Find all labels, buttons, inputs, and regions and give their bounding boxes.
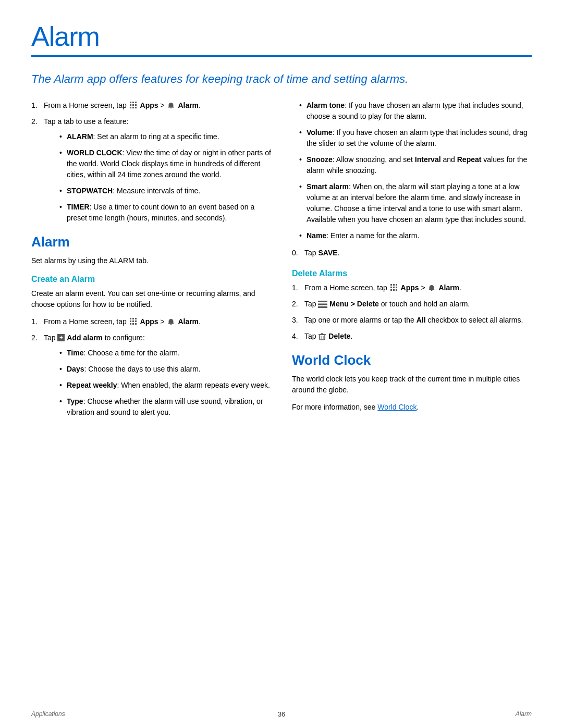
svg-rect-6 (130, 107, 131, 108)
delete-steps-list: From a Home screen, tap (292, 282, 532, 342)
option-type: Type: Choose whether the alarm will use … (59, 396, 271, 418)
svg-rect-17 (132, 323, 134, 325)
world-clock-link-prefix: For more information, see (292, 403, 375, 411)
alarm-label: Alarm (178, 101, 199, 109)
option-snooze: Snooze: Allow snoozing, and set Interval… (299, 154, 532, 176)
svg-rect-15 (135, 320, 137, 322)
add-alarm-icon: + (57, 334, 65, 341)
svg-rect-8 (135, 107, 137, 108)
right-column: Alarm tone: If you have chosen an alarm … (292, 100, 532, 428)
svg-rect-0 (130, 102, 131, 103)
svg-rect-13 (130, 320, 131, 322)
svg-rect-28 (396, 289, 397, 291)
feature-worldclock: WORLD CLOCK: View the time of day or nig… (59, 147, 271, 180)
svg-rect-10 (130, 318, 131, 319)
svg-rect-16 (130, 323, 131, 325)
delete-step4-prefix: Tap (304, 332, 318, 340)
two-column-layout: From a Home screen, tap (31, 100, 532, 428)
feature-timer: TIMER: Use a timer to count down to an e… (59, 202, 271, 224)
page-title: Alarm (31, 21, 532, 52)
svg-rect-21 (393, 284, 395, 286)
svg-rect-3 (130, 104, 131, 106)
svg-rect-18 (135, 323, 137, 325)
intro-steps-list: From a Home screen, tap (31, 100, 271, 224)
footer-left: Applications (31, 710, 65, 718)
svg-rect-14 (132, 320, 134, 322)
svg-rect-30 (318, 301, 327, 302)
alarm-bell-icon-3 (427, 284, 436, 292)
save-step-text: Tap SAVE. (304, 249, 339, 257)
svg-rect-23 (390, 287, 392, 288)
svg-rect-19 (170, 324, 172, 325)
svg-rect-1 (132, 102, 134, 103)
delete-alarms-heading: Delete Alarms (292, 269, 532, 278)
svg-rect-29 (431, 290, 433, 291)
feature-stopwatch: STOPWATCH: Measure intervals of time. (59, 186, 271, 196)
alarm-more-options-list: Alarm tone: If you have chosen an alarm … (292, 100, 532, 241)
svg-rect-32 (318, 306, 327, 308)
svg-rect-11 (132, 318, 134, 319)
alarm-bell-icon-2 (167, 318, 175, 326)
menu-icon (318, 300, 327, 307)
option-smart-alarm: Smart alarm: When on, the alarm will sta… (299, 181, 532, 225)
option-days: Days: Choose the days to use this alarm. (59, 364, 271, 375)
world-clock-link[interactable]: World Clock (377, 403, 417, 411)
delete-step-3: Tap one or more alarms or tap the All ch… (292, 315, 532, 326)
svg-rect-22 (396, 284, 397, 286)
svg-rect-9 (170, 108, 172, 109)
option-repeat: Repeat weekly: When enabled, the alarm r… (59, 380, 271, 391)
apps-icon (129, 101, 138, 109)
option-volume: Volume: If you have chosen an alarm type… (299, 127, 532, 149)
option-name: Name: Enter a name for the alarm. (299, 230, 532, 241)
intro-step-1: From a Home screen, tap (31, 100, 271, 111)
create-step2-text: Tap (44, 334, 57, 342)
alarm-bell-icon (167, 102, 175, 110)
world-clock-link-text: For more information, see World Clock. (292, 402, 532, 413)
alarm-options-list: Time: Choose a time for the alarm. Days:… (44, 348, 271, 418)
save-step: Tap SAVE. (292, 248, 532, 258)
svg-rect-27 (393, 289, 395, 291)
feature-alarm: ALARM: Set an alarm to ring at a specifi… (59, 131, 271, 142)
intro-step-2: Tap a tab to use a feature: ALARM: Set a… (31, 116, 271, 224)
features-list: ALARM: Set an alarm to ring at a specifi… (44, 131, 271, 224)
create-step-2: Tap + Add alarm to configure: Time: Choo… (31, 332, 271, 418)
svg-rect-25 (396, 287, 397, 288)
intro-text: The Alarm app offers features for keepin… (31, 71, 532, 88)
page-container: Alarm The Alarm app offers features for … (0, 0, 563, 460)
delete-step-2: Tap Menu > Delete or touch and hold an a… (292, 299, 532, 310)
footer-page-number: 36 (278, 710, 285, 718)
svg-rect-31 (318, 304, 327, 305)
left-column: From a Home screen, tap (31, 100, 271, 428)
world-clock-heading: World Clock (292, 352, 532, 368)
world-clock-desc: The world clock lets you keep track of t… (292, 374, 532, 396)
step1-text: From a Home screen, tap (44, 101, 129, 109)
delete-step1-text: From a Home screen, tap (304, 283, 389, 292)
create-step1-text: From a Home screen, tap (44, 317, 129, 326)
delete-step2-prefix: Tap (304, 300, 318, 308)
svg-rect-4 (132, 104, 134, 106)
alarm-section-desc: Set alarms by using the ALARM tab. (31, 255, 271, 266)
option-alarm-tone: Alarm tone: If you have chosen an alarm … (299, 100, 532, 122)
svg-rect-7 (132, 107, 134, 108)
page-footer: Applications 36 Alarm (0, 710, 563, 718)
alarm-section-heading: Alarm (31, 234, 271, 250)
trash-icon (318, 332, 326, 341)
footer-right: Alarm (516, 710, 532, 718)
create-step-1: From a Home screen, tap (31, 316, 271, 327)
delete-step3-text: Tap one or more alarms or tap the All ch… (304, 316, 523, 324)
apps-icon-2 (129, 317, 138, 326)
world-clock-link-suffix: . (417, 403, 419, 411)
delete-step-1: From a Home screen, tap (292, 282, 532, 293)
svg-rect-26 (390, 289, 392, 291)
create-alarm-desc: Create an alarm event. You can set one-t… (31, 288, 271, 310)
title-divider (31, 55, 532, 57)
option-time: Time: Choose a time for the alarm. (59, 348, 271, 359)
save-step-list: Tap SAVE. (292, 248, 532, 258)
svg-rect-20 (390, 284, 392, 286)
create-alarm-heading: Create an Alarm (31, 275, 271, 284)
svg-rect-2 (135, 102, 137, 103)
svg-rect-24 (393, 287, 395, 288)
delete-step-4: Tap Delete. (292, 331, 532, 342)
svg-rect-5 (135, 104, 137, 106)
apps-label: Apps (140, 101, 158, 109)
